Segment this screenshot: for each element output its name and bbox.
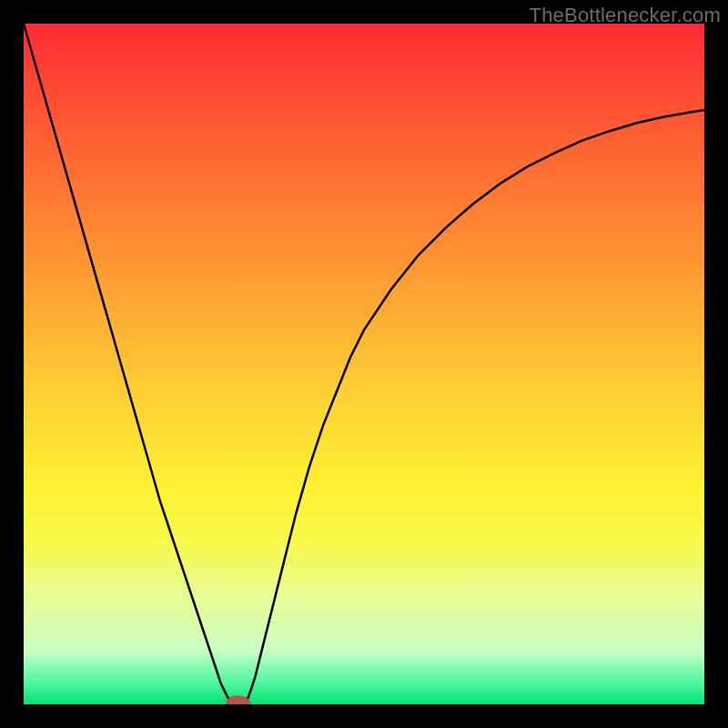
chart-frame: TheBottlenecker.com [0, 0, 728, 728]
watermark-label: TheBottlenecker.com [530, 4, 721, 27]
chart-svg [24, 24, 704, 704]
chart-plot-area [24, 24, 704, 704]
bottleneck-curve [24, 24, 704, 703]
optimum-marker-icon [226, 695, 250, 704]
